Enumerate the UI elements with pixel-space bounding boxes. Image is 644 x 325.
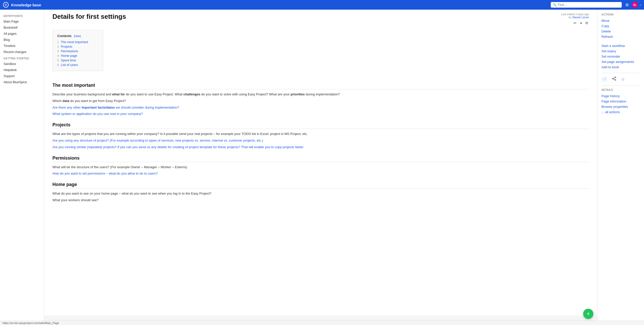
detail-page-information[interactable]: Page information xyxy=(601,99,640,104)
section-para-2-2: Are you using any structure of project? … xyxy=(52,138,589,143)
edit-dropdown-button[interactable]: ▾ xyxy=(579,21,583,26)
action-move[interactable]: Move xyxy=(601,18,640,23)
section-para-2-1: What are the types of projects that you … xyxy=(52,131,589,137)
nav-chevron-icon[interactable]: › xyxy=(640,3,641,7)
action-delete[interactable]: Delete xyxy=(601,29,640,34)
section-para-1-1: Describe your business background and wh… xyxy=(52,92,589,97)
action-set-reminder[interactable]: Set reminder xyxy=(601,54,640,59)
logo[interactable]: O xyxy=(3,2,9,8)
search-input[interactable] xyxy=(551,2,622,8)
share-icon-btn[interactable] xyxy=(612,76,617,82)
sidebar-item-recent-changes[interactable]: Recent changes xyxy=(0,49,44,55)
sidebar-getting-started-label: GETTING STARTED xyxy=(0,55,44,61)
page-title: Details for first settings xyxy=(52,13,126,21)
search-wrap: 🔍 xyxy=(551,2,622,8)
detail-all-actions[interactable]: ... all actions xyxy=(601,109,640,115)
section-para-3-1: What will be the structure of the users?… xyxy=(52,165,589,170)
last-edited-text: Last edited 2 days ago xyxy=(561,13,589,16)
actions-label: ACTIONS xyxy=(601,13,640,16)
search-icon: 🔍 xyxy=(553,3,557,7)
contents-list: 1 The most important 2 Projects 3 Permis… xyxy=(57,40,98,67)
section-para-1-4: What system or application do you use no… xyxy=(52,111,589,117)
logo-icon: O xyxy=(5,4,7,6)
main-content: Pages EP implementation questionnaire ▶ … xyxy=(44,0,597,315)
sidebar-item-helpdesk[interactable]: Helpdesk xyxy=(0,67,44,73)
section-para-3-2: How do you want to set permissions – wha… xyxy=(52,171,589,176)
section-para-4-1: What do you want to see on your home pag… xyxy=(52,191,589,196)
action-start-workflow[interactable]: Start a workflow xyxy=(601,43,640,48)
app-title: Knowledge base xyxy=(11,3,548,7)
section-para-4-2: What your workers should see? xyxy=(52,198,589,203)
list-item: 3 Permissions xyxy=(57,49,98,54)
action-add-to-book[interactable]: Add to book xyxy=(601,64,640,70)
topnav-icons: ⚙ SL › xyxy=(624,2,641,8)
contents-link-2[interactable]: Projects xyxy=(61,45,72,48)
page-document-icon-btn[interactable]: 📄 xyxy=(601,76,608,82)
copy-page-button[interactable]: ⧉ xyxy=(584,20,589,26)
contents-link-1[interactable]: The most important xyxy=(61,40,88,44)
settings-button[interactable]: ⚙ xyxy=(624,2,630,8)
edit-icons: ✏ ▾ ⧉ xyxy=(561,20,589,26)
action-set-expiry[interactable]: Set expiry xyxy=(601,48,640,54)
contents-link-6[interactable]: List of users xyxy=(61,63,78,67)
by-author-prefix: by xyxy=(569,16,572,19)
contents-title: Contents [hide] xyxy=(57,34,98,38)
list-item: 2 Projects xyxy=(57,44,98,49)
list-item: 5 Spent time xyxy=(57,58,98,63)
sidebar-item-blog[interactable]: Blog xyxy=(0,37,44,43)
detail-page-history[interactable]: Page history xyxy=(601,93,640,99)
sidebar-item-main-page[interactable]: Main Page xyxy=(0,19,44,25)
svg-line-4 xyxy=(613,79,615,80)
section-para-1-3: Are there any other important facts/date… xyxy=(52,105,589,110)
top-navigation: O Knowledge base 🔍 ⚙ SL › xyxy=(0,0,644,10)
list-item: 4 Home page xyxy=(57,54,98,58)
svg-line-3 xyxy=(613,78,615,78)
divider-1 xyxy=(601,73,640,73)
sidebar: ENTRYPOINTS Main Page Bookshelf All page… xyxy=(0,10,44,315)
list-item: 1 The most important xyxy=(57,40,98,44)
section-heading-3: Permissions xyxy=(52,156,589,162)
page-header-row: Details for first settings Last edited 2… xyxy=(52,13,589,26)
sidebar-item-support[interactable]: Support xyxy=(0,73,44,79)
author-link[interactable]: Slavek Lizner xyxy=(572,16,589,19)
sidebar-entrypoints-label: ENTRYPOINTS xyxy=(0,13,44,19)
section-heading-4: Home page xyxy=(52,182,589,189)
sidebar-item-bookshelf[interactable]: Bookshelf xyxy=(0,25,44,31)
svg-point-0 xyxy=(615,77,616,78)
contents-hide-button[interactable]: [hide] xyxy=(74,35,81,38)
sidebar-item-timeline[interactable]: Timeline xyxy=(0,43,44,49)
sidebar-item-sandbox[interactable]: Sandbox xyxy=(0,61,44,67)
list-item: 6 List of users xyxy=(57,63,98,67)
page-meta-block: Last edited 2 days ago by Slavek Lizner … xyxy=(561,13,589,26)
divider-2 xyxy=(601,85,640,85)
action-set-page-assignments[interactable]: Set page assignments xyxy=(601,59,640,64)
star-icon-btn[interactable]: ☆ xyxy=(621,76,625,82)
action-copy[interactable]: Copy xyxy=(601,23,640,29)
contents-link-4[interactable]: Home page xyxy=(61,54,77,58)
contents-link-5[interactable]: Spent time xyxy=(61,59,76,62)
contents-box: Contents [hide] 1 The most important 2 P… xyxy=(52,30,103,71)
section-heading-2: Projects xyxy=(52,122,589,129)
section-heading-1: The most important xyxy=(52,83,589,89)
details-label: DETAILS xyxy=(601,89,640,91)
edit-button[interactable]: ✏ xyxy=(573,21,578,26)
svg-point-2 xyxy=(615,79,616,80)
action-refresh[interactable]: Refresh xyxy=(601,34,640,39)
page-icon-row: 📄 ☆ xyxy=(601,76,640,82)
sidebar-item-about-bluespice[interactable]: About BlueSpice xyxy=(0,79,44,85)
section-para-2-3: Are you running similar (repeated) proje… xyxy=(52,145,589,150)
avatar[interactable]: SL xyxy=(632,2,638,8)
section-para-1-2: Which data do you want to get from Easy … xyxy=(52,98,589,104)
page-meta: Last edited 2 days ago by Slavek Lizner xyxy=(561,13,589,19)
contents-link-3[interactable]: Permissions xyxy=(61,49,78,53)
right-panel: ACTIONS Move Copy Delete Refresh Start a… xyxy=(597,10,644,315)
svg-point-1 xyxy=(612,78,613,79)
detail-browse-properties[interactable]: Browse properties xyxy=(601,104,640,109)
sidebar-item-all-pages[interactable]: All pages xyxy=(0,31,44,37)
